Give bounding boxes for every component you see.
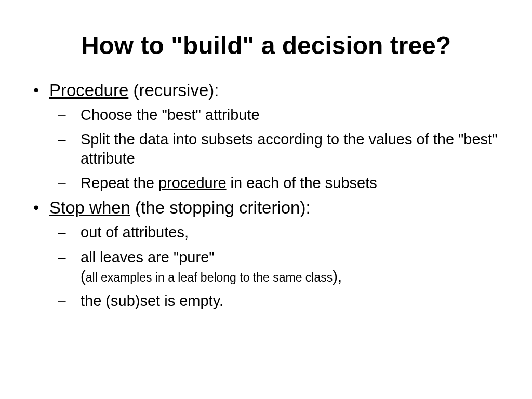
procedure-label: Procedure: [49, 81, 128, 100]
sub-split-data: Split the data into subsets according to…: [49, 130, 506, 168]
sub-subset-empty: the (sub)set is empty.: [49, 291, 506, 311]
paren-close: ),: [332, 268, 342, 285]
sub-out-of-attributes: out of attributes,: [49, 223, 506, 242]
bullet-stop-when: Stop when (the stopping criterion): out …: [26, 198, 506, 310]
procedure-rest: (recursive):: [128, 81, 219, 100]
paren-open: (: [81, 268, 86, 285]
bullet-procedure: Procedure (recursive): Choose the "best"…: [26, 81, 506, 193]
stop-when-label: Stop when: [49, 198, 130, 217]
sub-choose-best: Choose the "best" attribute: [49, 105, 506, 125]
leaves-pure-text: all leaves are "pure": [81, 249, 215, 265]
leaves-pure-explain: all examples in a leaf belong to the sam…: [86, 271, 333, 284]
sub-leaves-pure: all leaves are "pure" (all examples in a…: [49, 248, 506, 286]
bullet-list-level2: Choose the "best" attribute Split the da…: [49, 105, 506, 193]
repeat-after: in each of the subsets: [227, 175, 377, 191]
sub-repeat: Repeat the procedure in each of the subs…: [49, 174, 506, 193]
repeat-before: Repeat the: [81, 175, 158, 191]
bullet-list-level2-stop: out of attributes, all leaves are "pure"…: [49, 223, 506, 310]
bullet-list-level1: Procedure (recursive): Choose the "best"…: [26, 81, 506, 311]
stop-when-rest: (the stopping criterion):: [130, 198, 311, 217]
repeat-underlined: procedure: [158, 175, 227, 191]
slide-title: How to "build" a decision tree?: [26, 31, 506, 60]
